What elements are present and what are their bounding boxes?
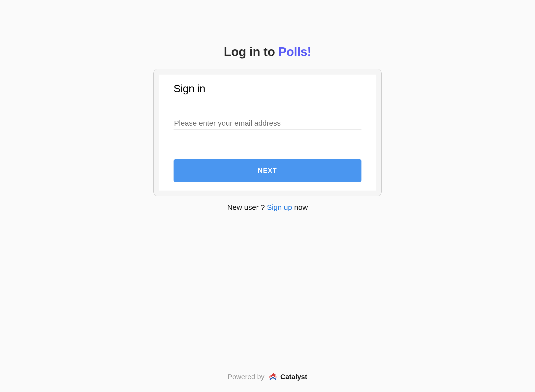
email-input[interactable] [174, 117, 361, 130]
signin-panel: Sign in NEXT Forgot Password? [159, 75, 376, 191]
footer: Powered by Catalyst [228, 372, 307, 382]
signin-heading: Sign in [174, 83, 361, 95]
catalyst-logo: Catalyst [268, 372, 307, 382]
signup-row: New user ? Sign up now [227, 203, 308, 212]
powered-by-text: Powered by [228, 373, 265, 381]
next-button[interactable]: NEXT [174, 159, 361, 182]
email-input-wrapper [174, 117, 361, 130]
catalyst-icon [268, 372, 278, 382]
signup-link[interactable]: Sign up [267, 203, 292, 211]
title-prefix: Log in to [224, 45, 278, 59]
title-accent: Polls! [278, 45, 311, 59]
login-card: Sign in NEXT Forgot Password? [153, 69, 382, 196]
page-title: Log in to Polls! [224, 45, 311, 59]
catalyst-brand-text: Catalyst [280, 373, 307, 381]
signup-suffix: now [292, 203, 308, 211]
signup-prefix: New user ? [227, 203, 267, 211]
